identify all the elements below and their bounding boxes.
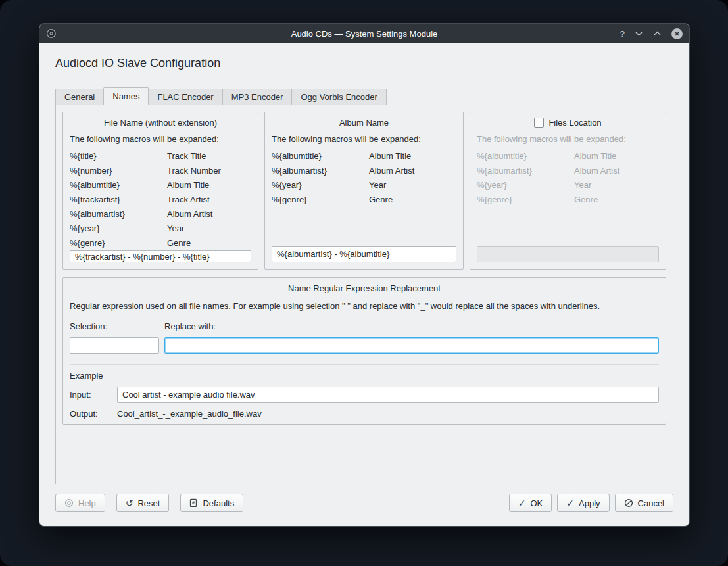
defaults-button[interactable]: Defaults <box>180 494 243 512</box>
chevron-up-icon[interactable] <box>653 30 662 37</box>
group-album-name: Album Name The following macros will be … <box>264 112 464 270</box>
regex-inputs-row: Selection: Replace with: <box>70 321 659 354</box>
file-name-pattern-input[interactable] <box>70 250 251 262</box>
example-input-field[interactable] <box>117 387 659 403</box>
macro-name: %{year} <box>477 178 574 193</box>
files-location-label: Files Location <box>548 118 601 128</box>
macro-row: %{albumtitle}Album Title <box>70 178 251 193</box>
regex-description: Regular expression used on all file name… <box>70 301 659 311</box>
macro-name: %{albumartist} <box>272 164 369 178</box>
window-icon <box>46 28 57 39</box>
window-title: Audio CDs — System Settings Module <box>39 29 689 39</box>
macro-name: %{genre} <box>70 236 167 250</box>
module-content: Audiocd IO Slave Configuration General N… <box>39 43 689 512</box>
macro-name: %{albumtitle} <box>477 149 574 164</box>
macro-desc: Year <box>369 178 386 193</box>
help-button-label: Help <box>78 498 96 508</box>
files-location-pattern-input[interactable] <box>477 246 659 262</box>
reset-button[interactable]: ↺ Reset <box>116 494 170 512</box>
group-file-name-title: File Name (without extension) <box>70 118 251 128</box>
tab-general[interactable]: General <box>55 89 104 105</box>
macro-name: %{year} <box>70 222 167 236</box>
selection-input[interactable] <box>70 337 159 354</box>
macro-row: %{albumtitle}Album Title <box>272 149 456 164</box>
reset-button-label: Reset <box>137 498 160 508</box>
macro-desc: Track Artist <box>167 193 210 207</box>
example-input-label: Input: <box>70 390 117 400</box>
macro-desc: Album Title <box>574 149 616 164</box>
replace-field-group: Replace with: <box>164 321 659 354</box>
replace-with-input[interactable] <box>164 337 659 354</box>
macro-desc: Album Title <box>167 178 209 193</box>
settings-window: Audio CDs — System Settings Module ? ✕ A… <box>39 24 689 526</box>
macro-row: %{albumtitle}Album Title <box>477 149 659 164</box>
macro-name: %{genre} <box>272 193 369 207</box>
tab-bar: General Names FLAC Encoder MP3 Encoder O… <box>55 87 673 105</box>
selection-field-group: Selection: <box>70 321 159 354</box>
macro-row: %{year}Year <box>477 178 659 193</box>
macro-row: %{genre}Genre <box>70 236 251 250</box>
macro-row: %{title}Track Title <box>70 149 251 164</box>
desktop-background: Audio CDs — System Settings Module ? ✕ A… <box>0 0 728 566</box>
macro-desc: Genre <box>369 193 393 207</box>
macro-row: %{year}Year <box>70 222 251 236</box>
group-album-name-title: Album Name <box>272 118 456 128</box>
macro-desc: Track Number <box>167 164 221 178</box>
defaults-icon <box>189 498 198 507</box>
footer-right-buttons: ✓ OK ✓ Apply Cance <box>509 494 673 512</box>
check-icon: ✓ <box>566 498 574 507</box>
files-location-checkbox[interactable] <box>534 118 544 128</box>
group-regex-title: Name Regular Expression Replacement <box>70 283 659 293</box>
window-controls: ? ✕ <box>620 28 683 39</box>
tab-ogg-vorbis-encoder[interactable]: Ogg Vorbis Encoder <box>291 89 386 105</box>
tab-names[interactable]: Names <box>103 87 149 105</box>
chevron-down-icon[interactable] <box>635 30 643 37</box>
apply-button-label: Apply <box>579 498 600 508</box>
macro-desc: Year <box>167 222 184 236</box>
album-name-pattern-input[interactable] <box>272 246 456 262</box>
macro-desc: Album Artist <box>574 164 619 178</box>
titlebar-help-button[interactable]: ? <box>620 29 625 39</box>
help-button[interactable]: Help <box>55 494 105 512</box>
help-icon <box>64 498 74 507</box>
top-groups-row: File Name (without extension) The follow… <box>62 112 666 270</box>
macro-name: %{genre} <box>477 193 574 207</box>
macros-intro: The following macros will be expanded: <box>70 134 251 144</box>
footer-left-buttons: Help ↺ Reset Defaults <box>55 494 243 512</box>
cancel-icon <box>624 498 633 507</box>
check-icon: ✓ <box>518 498 526 507</box>
macro-row: %{genre}Genre <box>477 193 659 207</box>
macro-name: %{trackartist} <box>70 193 167 207</box>
macro-row: %{albumartist}Album Artist <box>70 207 251 222</box>
macro-row: %{trackartist}Track Artist <box>70 193 251 207</box>
tab-mp3-encoder[interactable]: MP3 Encoder <box>222 89 293 105</box>
macro-desc: Album Artist <box>167 207 212 222</box>
close-button[interactable]: ✕ <box>671 28 683 39</box>
example-output-value: Cool_artist_-_example_audio_file.wav <box>117 409 262 419</box>
apply-button[interactable]: ✓ Apply <box>557 494 609 512</box>
selection-label: Selection: <box>70 321 159 331</box>
macro-desc: Genre <box>167 236 191 250</box>
example-separator <box>70 364 659 365</box>
reset-icon: ↺ <box>126 498 133 507</box>
cancel-button-label: Cancel <box>638 498 664 508</box>
dialog-button-box: Help ↺ Reset Defaults <box>55 494 673 512</box>
macro-name: %{albumartist} <box>70 207 167 222</box>
macro-desc: Year <box>574 178 591 193</box>
group-file-name: File Name (without extension) The follow… <box>62 112 258 270</box>
macro-desc: Album Artist <box>369 164 414 178</box>
tab-flac-encoder[interactable]: FLAC Encoder <box>148 89 222 105</box>
page-title: Audiocd IO Slave Configuration <box>55 57 673 70</box>
group-files-location: Files Location The following macros will… <box>470 112 666 270</box>
ok-button-label: OK <box>530 498 543 508</box>
example-output-row: Output: Cool_artist_-_example_audio_file… <box>70 409 659 419</box>
ok-button[interactable]: ✓ OK <box>509 494 552 512</box>
macros-intro: The following macros will be expanded: <box>272 134 456 144</box>
cancel-button[interactable]: Cancel <box>615 494 673 512</box>
macro-name: %{number} <box>70 164 167 178</box>
example-output-label: Output: <box>70 409 117 419</box>
macro-row: %{year}Year <box>272 178 456 193</box>
replace-with-label: Replace with: <box>164 321 659 331</box>
titlebar[interactable]: Audio CDs — System Settings Module ? ✕ <box>39 24 689 43</box>
macro-name: %{year} <box>272 178 369 193</box>
